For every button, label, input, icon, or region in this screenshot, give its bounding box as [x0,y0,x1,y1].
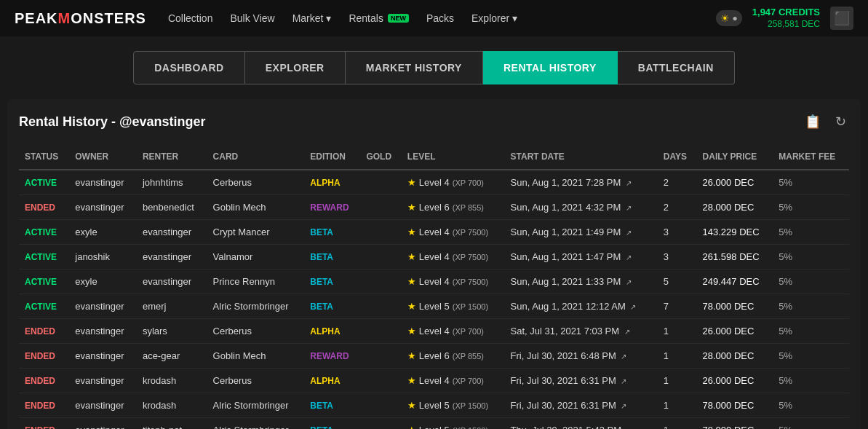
cell-fee: 5% [773,319,849,344]
level-text: Level 4 [419,375,450,386]
tab-bar: DASHBOARD EXPLORER MARKET HISTORY RENTAL… [0,36,868,99]
cell-level: ★ Level 4 (XP 700) [402,170,505,195]
level-text: Level 4 [419,276,450,287]
table-row: ENDED evanstinger krodash Alric Stormbri… [19,393,849,418]
cell-days: 7 [658,294,697,319]
table-row: ENDED evanstinger titeph-pat Alric Storm… [19,418,849,430]
cell-edition: BETA [304,418,360,430]
cell-card: Alric Stormbringer [207,294,305,319]
cell-owner: evanstinger [69,393,137,418]
cell-fee: 5% [773,245,849,269]
tab-dashboard[interactable]: DASHBOARD [133,51,245,84]
nav-bulkview[interactable]: Bulk View [230,12,274,24]
external-link-icon[interactable]: ↗ [626,229,632,237]
external-link-icon[interactable]: ↗ [626,278,632,286]
level-text: Level 5 [419,301,450,312]
level-text: Level 6 [419,202,450,213]
level-text: Level 6 [419,350,450,361]
cell-owner: evanstinger [69,418,137,430]
cell-card: Valnamor [207,245,305,269]
external-link-icon[interactable]: ↗ [626,204,632,212]
cell-start-date: Sun, Aug 1, 2021 4:32 PM ↗ [505,195,658,220]
refresh-icon[interactable]: ↻ [832,111,849,133]
tab-explorer[interactable]: EXPLORER [245,51,346,84]
cell-days: 2 [658,195,697,220]
tab-battlechain[interactable]: BATTLECHAIN [618,51,735,84]
xp-text: (XP 1500) [453,302,488,311]
cell-days: 1 [658,393,697,418]
cell-price: 26.000 DEC [697,170,773,195]
user-avatar[interactable]: ⬛ [830,7,853,30]
cell-card: Cerberus [207,319,305,344]
cell-status: ENDED [19,344,69,369]
cell-fee: 5% [773,220,849,245]
sun-icon: ☀ [720,12,730,24]
col-daily-price: Daily Price [697,144,773,170]
nav-packs[interactable]: Packs [426,12,454,24]
cell-price: 261.598 DEC [697,245,773,269]
cell-start-date: Sun, Aug 1, 2021 1:33 PM ↗ [505,269,658,294]
cell-edition: BETA [304,220,360,245]
download-icon[interactable]: 📋 [802,111,824,133]
star-icon: ★ [407,251,416,262]
cell-owner: evanstinger [69,195,137,220]
cell-days: 5 [658,269,697,294]
star-icon: ★ [407,276,416,287]
cell-status: ACTIVE [19,294,69,319]
external-link-icon[interactable]: ↗ [626,253,632,261]
external-link-icon[interactable]: ↗ [621,353,626,361]
xp-text: (XP 700) [453,377,484,385]
cell-owner: evanstinger [69,294,137,319]
navbar: PEAKMONSTERS Collection Bulk View Market… [0,0,868,36]
cell-gold [360,418,401,430]
cell-status: ENDED [19,393,69,418]
cell-start-date: Sun, Aug 1, 2021 7:28 PM ↗ [505,170,658,195]
credits-amount: 1,947 CREDITS [752,7,820,19]
xp-text: (XP 700) [453,327,484,336]
cell-days: 1 [658,319,697,344]
nav-market[interactable]: Market ▾ [292,12,332,24]
cell-price: 143.229 DEC [697,220,773,245]
external-link-icon[interactable]: ↗ [626,179,632,187]
nav-collection[interactable]: Collection [168,12,212,24]
col-gold: Gold [360,144,401,170]
cell-price: 26.000 DEC [697,369,773,393]
table-row: ENDED evanstinger benbenedict Goblin Mec… [19,195,849,220]
external-link-icon[interactable]: ↗ [621,377,626,385]
cell-gold [360,369,401,393]
tab-rental-history[interactable]: RENTAL HISTORY [483,51,618,84]
cell-status: ENDED [19,418,69,430]
cell-fee: 5% [773,418,849,430]
level-text: Level 5 [419,400,450,411]
xp-text: (XP 855) [453,352,484,361]
cell-fee: 5% [773,170,849,195]
table-wrap: Status Owner Renter Card Edition Gold Le… [19,144,849,429]
level-text: Level 4 [419,326,450,336]
xp-text: (XP 700) [453,178,484,187]
external-link-icon[interactable]: ↗ [621,402,626,410]
tab-market-history[interactable]: MARKET HISTORY [346,51,483,84]
theme-toggle[interactable]: ☀ ● [716,10,742,26]
cell-edition: ALPHA [304,369,360,393]
cell-fee: 5% [773,369,849,393]
logo-text: PEAK [15,10,58,27]
star-icon: ★ [407,227,416,237]
logo[interactable]: PEAKMONSTERS [15,10,146,27]
external-link-icon[interactable]: ↗ [630,303,636,311]
cell-gold [360,220,401,245]
nav-rentals[interactable]: Rentals NEW [349,12,408,24]
nav-explorer[interactable]: Explorer ▾ [471,12,517,24]
cell-status: ENDED [19,195,69,220]
cell-card: Prince Rennyn [207,269,305,294]
cell-days: 1 [658,369,697,393]
cell-gold [360,393,401,418]
cell-renter: krodash [137,369,207,393]
col-days: Days [658,144,697,170]
star-icon: ★ [407,375,416,386]
star-icon: ★ [407,202,416,213]
cell-owner: evanstinger [69,170,137,195]
cell-card: Alric Stormbringer [207,393,305,418]
cell-price: 26.000 DEC [697,319,773,344]
external-link-icon[interactable]: ↗ [624,328,630,336]
cell-price: 78.000 DEC [697,294,773,319]
